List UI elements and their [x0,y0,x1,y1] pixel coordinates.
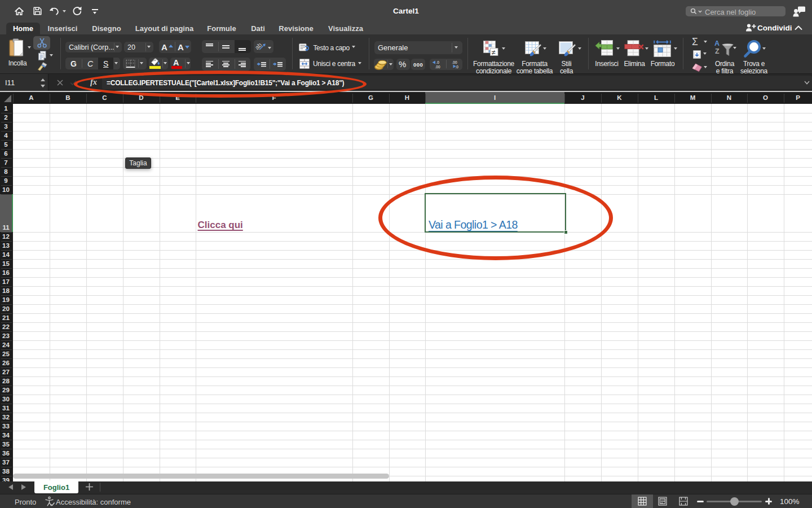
svg-text:.00: .00 [452,60,457,64]
svg-text:.0: .0 [456,65,459,69]
svg-text:.00: .00 [435,65,440,69]
svg-text:.0: .0 [436,60,440,64]
svg-text:≠: ≠ [492,49,496,56]
